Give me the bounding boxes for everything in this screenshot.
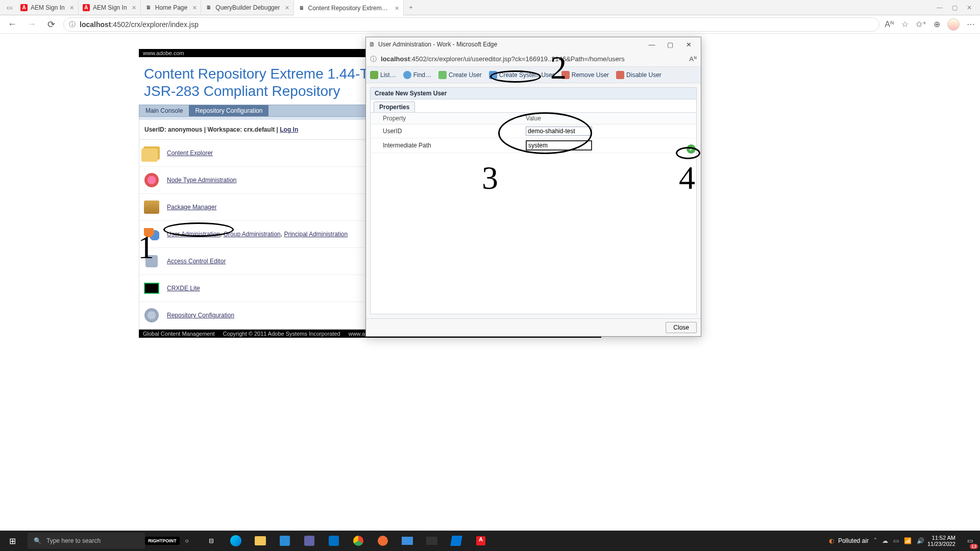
close-icon[interactable]: × bbox=[132, 4, 136, 12]
popup-maximize-icon[interactable]: ▢ bbox=[661, 41, 679, 48]
user-add-icon bbox=[438, 71, 447, 79]
maximize-icon[interactable]: ▢ bbox=[952, 4, 958, 11]
intermediate-path-input[interactable] bbox=[526, 140, 592, 151]
tab-actions-icon[interactable]: ▭ bbox=[2, 2, 16, 14]
users-icon bbox=[143, 226, 160, 242]
edge-icon[interactable] bbox=[226, 531, 246, 551]
principal-admin-link[interactable]: Principal Administration bbox=[284, 231, 348, 238]
close-icon[interactable]: × bbox=[192, 4, 197, 12]
popup-content: Create New System User Properties Proper… bbox=[366, 83, 701, 318]
rightpoint-app-icon[interactable]: RIGHTPOINT bbox=[152, 531, 173, 551]
package-icon bbox=[143, 199, 160, 215]
tab-main-console[interactable]: Main Console bbox=[139, 105, 189, 116]
properties-table: Property Value UserID Intermediate Path bbox=[371, 113, 696, 153]
crx-title-line1: Content Repository Extreme 1.44-T bbox=[144, 66, 369, 82]
th-value: Value bbox=[513, 113, 696, 124]
wifi-icon[interactable]: 📶 bbox=[904, 537, 912, 544]
notifications-icon[interactable]: ▭ 13 bbox=[960, 531, 980, 551]
close-window-icon[interactable]: ✕ bbox=[967, 4, 972, 11]
folder-icon bbox=[143, 145, 160, 161]
close-icon[interactable]: × bbox=[395, 4, 399, 12]
site-info-icon[interactable]: ⓘ bbox=[370, 55, 377, 64]
userid-input[interactable] bbox=[526, 127, 592, 136]
node-type-link[interactable]: Node Type Administration bbox=[167, 177, 237, 184]
vscode-icon[interactable] bbox=[446, 531, 467, 551]
profile-avatar-icon[interactable] bbox=[947, 18, 960, 31]
favorites-star-icon[interactable]: ☆ bbox=[901, 19, 909, 29]
terminal-icon[interactable] bbox=[422, 531, 442, 551]
list-button[interactable]: List… bbox=[370, 71, 396, 79]
tab-labelії

 data-interactable=: Home Page bbox=[155, 4, 187, 11]
file-explorer-icon[interactable] bbox=[250, 531, 271, 551]
back-button[interactable]: ← bbox=[5, 19, 19, 30]
notification-count: 13 bbox=[970, 544, 978, 549]
find-button[interactable]: Find… bbox=[403, 71, 431, 79]
close-icon[interactable]: × bbox=[285, 4, 289, 12]
create-user-button[interactable]: Create User bbox=[438, 71, 482, 79]
popup-toolbar: List… Find… Create User Create System Us… bbox=[366, 67, 701, 83]
close-button[interactable]: Close bbox=[666, 322, 697, 333]
tab-repo-config[interactable]: Repository Configuration bbox=[189, 105, 268, 116]
tab-label: QueryBuilder Debugger bbox=[215, 4, 280, 11]
monitor-icon bbox=[143, 280, 160, 296]
sound-icon[interactable]: 🔊 bbox=[917, 537, 924, 544]
weather-widget[interactable]: ◐ Polluted air bbox=[829, 537, 869, 544]
cortana-icon[interactable]: ○ bbox=[177, 531, 197, 551]
outlook-icon[interactable] bbox=[324, 531, 344, 551]
tab-aem-sign-in-1[interactable]: A AEM Sign In × bbox=[16, 0, 79, 15]
read-aloud-icon[interactable]: Aᴺ bbox=[885, 19, 894, 29]
mail-icon[interactable] bbox=[397, 531, 418, 551]
postman-icon[interactable] bbox=[373, 531, 393, 551]
crx-title-line2: JSR-283 Compliant Repository bbox=[144, 83, 340, 99]
config-icon bbox=[143, 307, 160, 323]
popup-address-bar[interactable]: ⓘ localhost:4502/crx/explorer/ui/useredi… bbox=[366, 52, 701, 67]
more-icon[interactable]: ⋯ bbox=[967, 19, 975, 29]
tab-aem-sign-in-2[interactable]: A AEM Sign In × bbox=[79, 0, 141, 15]
list-icon bbox=[370, 71, 378, 79]
battery-icon[interactable]: ▭ bbox=[893, 537, 899, 544]
create-system-user-button[interactable]: Create System User bbox=[489, 71, 554, 79]
forward-button[interactable]: → bbox=[24, 19, 39, 30]
popup-titlebar[interactable]: 🗎 User Administration - Work - Microsoft… bbox=[366, 37, 701, 52]
task-view-icon[interactable]: ⊟ bbox=[201, 531, 222, 551]
tab-label: AEM Sign In bbox=[31, 4, 65, 11]
tab-querybuilder[interactable]: 🗎 QueryBuilder Debugger × bbox=[201, 0, 293, 15]
url-input[interactable]: ⓘ localhost:4502/crx/explorer/index.jsp bbox=[63, 17, 879, 32]
content-explorer-link[interactable]: Content Explorer bbox=[167, 149, 213, 157]
close-icon[interactable]: × bbox=[70, 4, 74, 12]
onedrive-icon[interactable]: ☁ bbox=[882, 537, 888, 544]
chrome-icon[interactable] bbox=[348, 531, 369, 551]
tab-properties[interactable]: Properties bbox=[374, 102, 415, 112]
confirm-check-icon[interactable]: ✓ bbox=[687, 144, 696, 154]
login-link[interactable]: Log In bbox=[280, 126, 298, 133]
tray-chevron-icon[interactable]: ˄ bbox=[874, 537, 877, 544]
taskbar-apps: RIGHTPOINT ○ ⊟ A bbox=[152, 531, 491, 551]
aem-app-icon[interactable]: A bbox=[471, 531, 491, 551]
group-admin-link[interactable]: Group Administration bbox=[224, 231, 281, 238]
new-tab-button[interactable]: ＋ bbox=[404, 0, 418, 15]
disable-user-button[interactable]: Disable User bbox=[616, 71, 662, 79]
system-tray: ˄ ☁ ▭ 📶 🔊 bbox=[874, 537, 924, 544]
access-control-link[interactable]: Access Control Editor bbox=[167, 258, 226, 265]
popup-close-icon[interactable]: ✕ bbox=[679, 41, 698, 48]
tab-home-page[interactable]: 🗎 Home Page × bbox=[141, 0, 202, 15]
site-info-icon[interactable]: ⓘ bbox=[69, 20, 76, 29]
minimize-icon[interactable]: — bbox=[937, 4, 943, 11]
taskbar-search[interactable]: 🔍 Type here to search bbox=[28, 533, 145, 549]
repo-config-link[interactable]: Repository Configuration bbox=[167, 312, 234, 319]
store-icon[interactable] bbox=[275, 531, 295, 551]
teams-icon[interactable] bbox=[299, 531, 320, 551]
remove-user-button[interactable]: Remove User bbox=[561, 71, 609, 79]
crxde-lite-link[interactable]: CRXDE Lite bbox=[167, 285, 200, 292]
start-button[interactable]: ⊞ bbox=[0, 531, 24, 551]
search-icon: 🔍 bbox=[34, 537, 41, 544]
package-manager-link[interactable]: Package Manager bbox=[167, 204, 216, 211]
user-admin-link[interactable]: User Administration bbox=[167, 231, 220, 238]
refresh-button[interactable]: ⟳ bbox=[44, 19, 58, 30]
taskbar-clock[interactable]: 11:52 AM 11/23/2022 bbox=[927, 535, 955, 547]
read-aloud-icon[interactable]: Aᴺ bbox=[689, 55, 697, 63]
collections-icon[interactable]: ⊕ bbox=[934, 19, 940, 29]
tab-crx-active[interactable]: 🗎 Content Repository Extreme 1.44 × bbox=[294, 0, 404, 15]
popup-minimize-icon[interactable]: — bbox=[643, 41, 661, 48]
star-plus-icon[interactable]: ✩⁺ bbox=[916, 19, 926, 29]
